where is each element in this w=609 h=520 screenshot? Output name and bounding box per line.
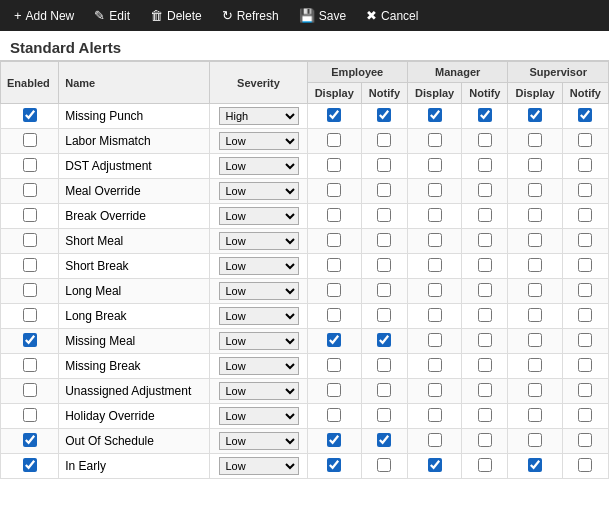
sup-display-checkbox[interactable] xyxy=(528,183,542,197)
emp-notify-checkbox[interactable] xyxy=(377,233,391,247)
enabled-checkbox[interactable] xyxy=(23,283,37,297)
sup-display-checkbox[interactable] xyxy=(528,308,542,322)
mgr-display-checkbox[interactable] xyxy=(428,258,442,272)
emp-display-checkbox[interactable] xyxy=(327,258,341,272)
sup-notify-checkbox[interactable] xyxy=(578,433,592,447)
mgr-display-checkbox[interactable] xyxy=(428,108,442,122)
mgr-notify-checkbox[interactable] xyxy=(478,133,492,147)
enabled-checkbox[interactable] xyxy=(23,458,37,472)
emp-notify-checkbox[interactable] xyxy=(377,383,391,397)
severity-select[interactable]: HighLowMedium xyxy=(219,457,299,475)
severity-select[interactable]: HighLowMedium xyxy=(219,407,299,425)
sup-display-checkbox[interactable] xyxy=(528,358,542,372)
enabled-checkbox[interactable] xyxy=(23,308,37,322)
sup-notify-checkbox[interactable] xyxy=(578,308,592,322)
mgr-notify-checkbox[interactable] xyxy=(478,283,492,297)
emp-notify-checkbox[interactable] xyxy=(377,158,391,172)
edit-button[interactable]: ✎Edit xyxy=(90,6,134,25)
sup-notify-checkbox[interactable] xyxy=(578,183,592,197)
mgr-notify-checkbox[interactable] xyxy=(478,383,492,397)
emp-notify-checkbox[interactable] xyxy=(377,308,391,322)
emp-notify-checkbox[interactable] xyxy=(377,408,391,422)
enabled-checkbox[interactable] xyxy=(23,408,37,422)
save-button[interactable]: 💾Save xyxy=(295,6,350,25)
emp-notify-checkbox[interactable] xyxy=(377,433,391,447)
mgr-notify-checkbox[interactable] xyxy=(478,108,492,122)
severity-select[interactable]: HighLowMedium xyxy=(219,107,299,125)
add-new-button[interactable]: +Add New xyxy=(10,6,78,25)
sup-notify-checkbox[interactable] xyxy=(578,283,592,297)
sup-notify-checkbox[interactable] xyxy=(578,258,592,272)
severity-select[interactable]: HighLowMedium xyxy=(219,132,299,150)
sup-display-checkbox[interactable] xyxy=(528,258,542,272)
emp-display-checkbox[interactable] xyxy=(327,358,341,372)
severity-select[interactable]: HighLowMedium xyxy=(219,232,299,250)
sup-notify-checkbox[interactable] xyxy=(578,233,592,247)
mgr-notify-checkbox[interactable] xyxy=(478,158,492,172)
emp-notify-checkbox[interactable] xyxy=(377,283,391,297)
mgr-notify-checkbox[interactable] xyxy=(478,233,492,247)
mgr-display-checkbox[interactable] xyxy=(428,333,442,347)
sup-display-checkbox[interactable] xyxy=(528,458,542,472)
emp-notify-checkbox[interactable] xyxy=(377,333,391,347)
emp-display-checkbox[interactable] xyxy=(327,183,341,197)
sup-notify-checkbox[interactable] xyxy=(578,108,592,122)
emp-display-checkbox[interactable] xyxy=(327,133,341,147)
enabled-checkbox[interactable] xyxy=(23,133,37,147)
emp-notify-checkbox[interactable] xyxy=(377,108,391,122)
enabled-checkbox[interactable] xyxy=(23,383,37,397)
sup-notify-checkbox[interactable] xyxy=(578,133,592,147)
sup-notify-checkbox[interactable] xyxy=(578,458,592,472)
sup-display-checkbox[interactable] xyxy=(528,133,542,147)
emp-display-checkbox[interactable] xyxy=(327,333,341,347)
severity-select[interactable]: HighLowMedium xyxy=(219,332,299,350)
mgr-display-checkbox[interactable] xyxy=(428,358,442,372)
emp-notify-checkbox[interactable] xyxy=(377,458,391,472)
emp-display-checkbox[interactable] xyxy=(327,408,341,422)
severity-select[interactable]: HighLowMedium xyxy=(219,382,299,400)
sup-display-checkbox[interactable] xyxy=(528,383,542,397)
severity-select[interactable]: HighLowMedium xyxy=(219,257,299,275)
emp-display-checkbox[interactable] xyxy=(327,283,341,297)
severity-select[interactable]: HighLowMedium xyxy=(219,207,299,225)
mgr-notify-checkbox[interactable] xyxy=(478,433,492,447)
mgr-notify-checkbox[interactable] xyxy=(478,208,492,222)
enabled-checkbox[interactable] xyxy=(23,208,37,222)
cancel-button[interactable]: ✖Cancel xyxy=(362,6,422,25)
delete-button[interactable]: 🗑Delete xyxy=(146,6,206,25)
severity-select[interactable]: HighLowMedium xyxy=(219,357,299,375)
severity-select[interactable]: HighLowMedium xyxy=(219,432,299,450)
mgr-notify-checkbox[interactable] xyxy=(478,358,492,372)
sup-notify-checkbox[interactable] xyxy=(578,358,592,372)
sup-display-checkbox[interactable] xyxy=(528,408,542,422)
emp-notify-checkbox[interactable] xyxy=(377,208,391,222)
mgr-notify-checkbox[interactable] xyxy=(478,183,492,197)
mgr-notify-checkbox[interactable] xyxy=(478,333,492,347)
mgr-display-checkbox[interactable] xyxy=(428,233,442,247)
sup-notify-checkbox[interactable] xyxy=(578,208,592,222)
mgr-notify-checkbox[interactable] xyxy=(478,458,492,472)
emp-display-checkbox[interactable] xyxy=(327,208,341,222)
enabled-checkbox[interactable] xyxy=(23,358,37,372)
mgr-display-checkbox[interactable] xyxy=(428,383,442,397)
enabled-checkbox[interactable] xyxy=(23,333,37,347)
mgr-display-checkbox[interactable] xyxy=(428,208,442,222)
severity-select[interactable]: HighLowMedium xyxy=(219,182,299,200)
emp-display-checkbox[interactable] xyxy=(327,433,341,447)
mgr-display-checkbox[interactable] xyxy=(428,133,442,147)
emp-display-checkbox[interactable] xyxy=(327,308,341,322)
sup-display-checkbox[interactable] xyxy=(528,333,542,347)
sup-notify-checkbox[interactable] xyxy=(578,408,592,422)
mgr-display-checkbox[interactable] xyxy=(428,433,442,447)
emp-display-checkbox[interactable] xyxy=(327,108,341,122)
emp-notify-checkbox[interactable] xyxy=(377,358,391,372)
mgr-notify-checkbox[interactable] xyxy=(478,408,492,422)
sup-display-checkbox[interactable] xyxy=(528,283,542,297)
mgr-display-checkbox[interactable] xyxy=(428,283,442,297)
severity-select[interactable]: HighLowMedium xyxy=(219,282,299,300)
enabled-checkbox[interactable] xyxy=(23,183,37,197)
enabled-checkbox[interactable] xyxy=(23,258,37,272)
sup-display-checkbox[interactable] xyxy=(528,208,542,222)
emp-notify-checkbox[interactable] xyxy=(377,133,391,147)
emp-display-checkbox[interactable] xyxy=(327,233,341,247)
